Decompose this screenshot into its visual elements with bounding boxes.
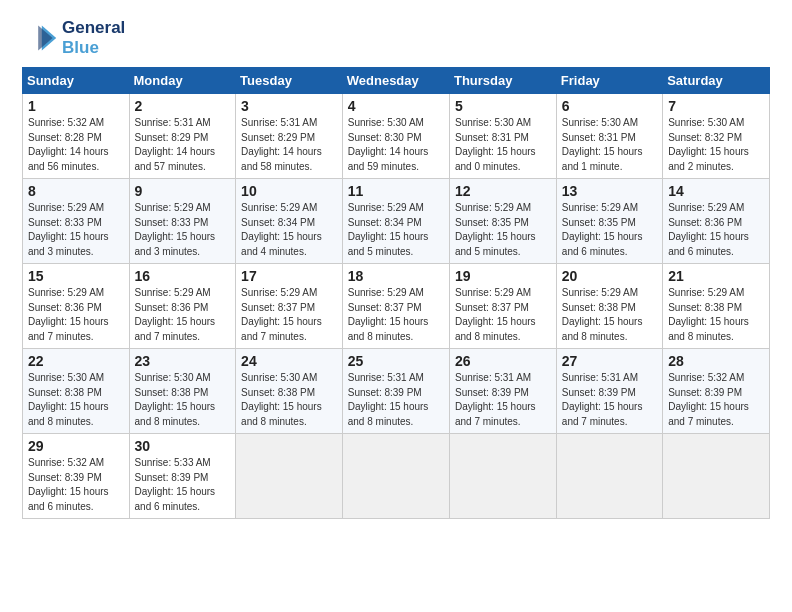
top-section: General Blue	[22, 18, 770, 57]
day-number: 9	[135, 183, 231, 199]
col-tuesday: Tuesday	[236, 68, 343, 94]
day-info: Sunrise: 5:29 AM Sunset: 8:37 PM Dayligh…	[455, 286, 551, 344]
day-info: Sunrise: 5:31 AM Sunset: 8:39 PM Dayligh…	[348, 371, 444, 429]
logo-text: General Blue	[62, 18, 125, 57]
calendar-table: Sunday Monday Tuesday Wednesday Thursday…	[22, 67, 770, 519]
day-info: Sunrise: 5:29 AM Sunset: 8:37 PM Dayligh…	[348, 286, 444, 344]
day-info: Sunrise: 5:31 AM Sunset: 8:39 PM Dayligh…	[562, 371, 657, 429]
day-cell: 16 Sunrise: 5:29 AM Sunset: 8:36 PM Dayl…	[129, 264, 236, 349]
calendar-row: 29 Sunrise: 5:32 AM Sunset: 8:39 PM Dayl…	[23, 434, 770, 519]
day-info: Sunrise: 5:29 AM Sunset: 8:36 PM Dayligh…	[28, 286, 124, 344]
day-cell: 1 Sunrise: 5:32 AM Sunset: 8:28 PM Dayli…	[23, 94, 130, 179]
day-number: 29	[28, 438, 124, 454]
day-cell: 22 Sunrise: 5:30 AM Sunset: 8:38 PM Dayl…	[23, 349, 130, 434]
logo-icon	[22, 20, 58, 56]
day-info: Sunrise: 5:29 AM Sunset: 8:36 PM Dayligh…	[668, 201, 764, 259]
col-wednesday: Wednesday	[342, 68, 449, 94]
day-cell: 27 Sunrise: 5:31 AM Sunset: 8:39 PM Dayl…	[556, 349, 662, 434]
col-friday: Friday	[556, 68, 662, 94]
day-info: Sunrise: 5:32 AM Sunset: 8:39 PM Dayligh…	[28, 456, 124, 514]
day-number: 4	[348, 98, 444, 114]
day-cell: 14 Sunrise: 5:29 AM Sunset: 8:36 PM Dayl…	[663, 179, 770, 264]
day-cell: 18 Sunrise: 5:29 AM Sunset: 8:37 PM Dayl…	[342, 264, 449, 349]
day-cell: 17 Sunrise: 5:29 AM Sunset: 8:37 PM Dayl…	[236, 264, 343, 349]
day-number: 7	[668, 98, 764, 114]
day-number: 11	[348, 183, 444, 199]
day-number: 2	[135, 98, 231, 114]
day-cell: 26 Sunrise: 5:31 AM Sunset: 8:39 PM Dayl…	[449, 349, 556, 434]
day-number: 30	[135, 438, 231, 454]
day-info: Sunrise: 5:29 AM Sunset: 8:35 PM Dayligh…	[562, 201, 657, 259]
day-cell: 13 Sunrise: 5:29 AM Sunset: 8:35 PM Dayl…	[556, 179, 662, 264]
day-info: Sunrise: 5:29 AM Sunset: 8:33 PM Dayligh…	[28, 201, 124, 259]
day-number: 20	[562, 268, 657, 284]
day-number: 18	[348, 268, 444, 284]
day-number: 21	[668, 268, 764, 284]
day-info: Sunrise: 5:31 AM Sunset: 8:29 PM Dayligh…	[135, 116, 231, 174]
day-cell: 9 Sunrise: 5:29 AM Sunset: 8:33 PM Dayli…	[129, 179, 236, 264]
day-number: 27	[562, 353, 657, 369]
logo: General Blue	[22, 18, 125, 57]
day-cell: 5 Sunrise: 5:30 AM Sunset: 8:31 PM Dayli…	[449, 94, 556, 179]
day-cell: 8 Sunrise: 5:29 AM Sunset: 8:33 PM Dayli…	[23, 179, 130, 264]
day-info: Sunrise: 5:29 AM Sunset: 8:34 PM Dayligh…	[348, 201, 444, 259]
empty-cell	[342, 434, 449, 519]
col-thursday: Thursday	[449, 68, 556, 94]
day-cell: 7 Sunrise: 5:30 AM Sunset: 8:32 PM Dayli…	[663, 94, 770, 179]
col-sunday: Sunday	[23, 68, 130, 94]
day-cell: 29 Sunrise: 5:32 AM Sunset: 8:39 PM Dayl…	[23, 434, 130, 519]
day-cell: 4 Sunrise: 5:30 AM Sunset: 8:30 PM Dayli…	[342, 94, 449, 179]
day-number: 15	[28, 268, 124, 284]
day-cell: 23 Sunrise: 5:30 AM Sunset: 8:38 PM Dayl…	[129, 349, 236, 434]
day-cell: 12 Sunrise: 5:29 AM Sunset: 8:35 PM Dayl…	[449, 179, 556, 264]
day-number: 17	[241, 268, 337, 284]
calendar-row: 22 Sunrise: 5:30 AM Sunset: 8:38 PM Dayl…	[23, 349, 770, 434]
day-info: Sunrise: 5:30 AM Sunset: 8:32 PM Dayligh…	[668, 116, 764, 174]
day-info: Sunrise: 5:29 AM Sunset: 8:35 PM Dayligh…	[455, 201, 551, 259]
day-info: Sunrise: 5:29 AM Sunset: 8:37 PM Dayligh…	[241, 286, 337, 344]
day-number: 3	[241, 98, 337, 114]
day-number: 6	[562, 98, 657, 114]
day-number: 23	[135, 353, 231, 369]
day-info: Sunrise: 5:30 AM Sunset: 8:31 PM Dayligh…	[562, 116, 657, 174]
empty-cell	[663, 434, 770, 519]
day-number: 28	[668, 353, 764, 369]
day-number: 24	[241, 353, 337, 369]
day-info: Sunrise: 5:30 AM Sunset: 8:38 PM Dayligh…	[28, 371, 124, 429]
day-number: 26	[455, 353, 551, 369]
day-number: 19	[455, 268, 551, 284]
day-info: Sunrise: 5:32 AM Sunset: 8:28 PM Dayligh…	[28, 116, 124, 174]
day-number: 5	[455, 98, 551, 114]
calendar-row: 15 Sunrise: 5:29 AM Sunset: 8:36 PM Dayl…	[23, 264, 770, 349]
page: General Blue Sunday Monday Tuesday Wedne…	[0, 0, 792, 531]
day-cell: 3 Sunrise: 5:31 AM Sunset: 8:29 PM Dayli…	[236, 94, 343, 179]
day-info: Sunrise: 5:30 AM Sunset: 8:38 PM Dayligh…	[241, 371, 337, 429]
col-monday: Monday	[129, 68, 236, 94]
day-info: Sunrise: 5:29 AM Sunset: 8:33 PM Dayligh…	[135, 201, 231, 259]
calendar-row: 1 Sunrise: 5:32 AM Sunset: 8:28 PM Dayli…	[23, 94, 770, 179]
day-cell: 10 Sunrise: 5:29 AM Sunset: 8:34 PM Dayl…	[236, 179, 343, 264]
day-info: Sunrise: 5:31 AM Sunset: 8:39 PM Dayligh…	[455, 371, 551, 429]
day-number: 12	[455, 183, 551, 199]
calendar-header-row: Sunday Monday Tuesday Wednesday Thursday…	[23, 68, 770, 94]
day-cell: 2 Sunrise: 5:31 AM Sunset: 8:29 PM Dayli…	[129, 94, 236, 179]
day-cell: 25 Sunrise: 5:31 AM Sunset: 8:39 PM Dayl…	[342, 349, 449, 434]
day-info: Sunrise: 5:29 AM Sunset: 8:38 PM Dayligh…	[562, 286, 657, 344]
day-number: 16	[135, 268, 231, 284]
day-number: 25	[348, 353, 444, 369]
day-number: 22	[28, 353, 124, 369]
day-cell: 6 Sunrise: 5:30 AM Sunset: 8:31 PM Dayli…	[556, 94, 662, 179]
day-number: 10	[241, 183, 337, 199]
calendar-row: 8 Sunrise: 5:29 AM Sunset: 8:33 PM Dayli…	[23, 179, 770, 264]
day-info: Sunrise: 5:30 AM Sunset: 8:31 PM Dayligh…	[455, 116, 551, 174]
day-info: Sunrise: 5:31 AM Sunset: 8:29 PM Dayligh…	[241, 116, 337, 174]
day-info: Sunrise: 5:30 AM Sunset: 8:38 PM Dayligh…	[135, 371, 231, 429]
day-info: Sunrise: 5:32 AM Sunset: 8:39 PM Dayligh…	[668, 371, 764, 429]
day-info: Sunrise: 5:30 AM Sunset: 8:30 PM Dayligh…	[348, 116, 444, 174]
day-cell: 24 Sunrise: 5:30 AM Sunset: 8:38 PM Dayl…	[236, 349, 343, 434]
day-cell: 21 Sunrise: 5:29 AM Sunset: 8:38 PM Dayl…	[663, 264, 770, 349]
day-number: 13	[562, 183, 657, 199]
day-number: 8	[28, 183, 124, 199]
empty-cell	[556, 434, 662, 519]
day-cell: 11 Sunrise: 5:29 AM Sunset: 8:34 PM Dayl…	[342, 179, 449, 264]
